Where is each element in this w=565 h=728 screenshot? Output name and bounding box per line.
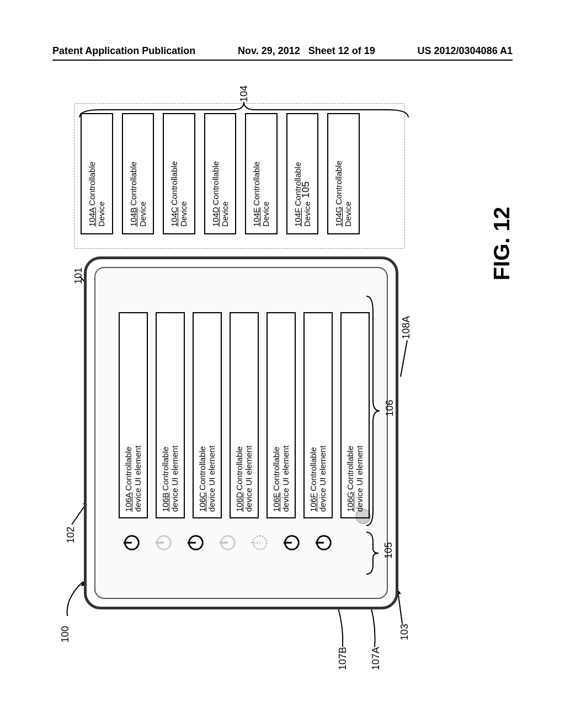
figure-area: 100 102 101 103 107B 107A	[44, 94, 521, 662]
ui-columns: 106AControllabledevice UI element106BCon…	[119, 312, 371, 554]
power-icon[interactable]	[280, 532, 302, 554]
tablet-screen: 106AControllabledevice UI element106BCon…	[94, 267, 388, 599]
controllable-device-box: 104GControllableDevice	[327, 113, 360, 234]
ref-103: 103	[399, 624, 411, 640]
controllable-device-box: 104EControllableDevice	[245, 113, 278, 234]
figure-inner: 100 102 101 103 107B 107A	[56, 102, 509, 654]
ref-106: 106	[384, 400, 396, 416]
figure-label: FIG. 12	[489, 207, 514, 280]
ui-element-box[interactable]: 106FControllabledevice UI element	[303, 312, 333, 518]
ui-element-box[interactable]: 106EControllabledevice UI element	[266, 312, 296, 518]
ref-107a: 107A	[370, 647, 382, 670]
figure-rotated: 100 102 101 103 107B 107A	[56, 102, 509, 654]
brace-105	[365, 531, 384, 575]
header-rule	[52, 60, 513, 61]
power-icon[interactable]	[120, 532, 142, 554]
ui-element-box[interactable]: 106CControllabledevice UI element	[193, 312, 222, 518]
ref-105-ext: 105	[300, 181, 312, 198]
ui-element-column: 106AControllabledevice UI element106BCon…	[119, 312, 371, 518]
power-icon[interactable]	[248, 532, 270, 554]
page-header: Patent Application Publication Nov. 29, …	[52, 45, 513, 57]
power-icon[interactable]	[152, 532, 174, 554]
power-icon[interactable]	[216, 532, 238, 554]
ref-108a: 108A	[401, 316, 412, 339]
ref-102: 102	[65, 527, 77, 543]
controllable-device-box: 104BControllableDevice	[122, 113, 154, 234]
ref-105: 105	[383, 542, 395, 559]
ui-element-box[interactable]: 106AControllabledevice UI element	[119, 312, 148, 518]
header-left: Patent Application Publication	[52, 45, 195, 57]
header-pubnum: US 2012/0304086 A1	[418, 45, 513, 57]
controllable-device-box: 104AControllableDevice	[81, 113, 113, 234]
power-icon-column	[119, 527, 371, 554]
brace-106	[365, 295, 385, 527]
controllable-device-box: 104FControllableDevice	[286, 113, 319, 234]
ref-101: 101	[73, 267, 84, 284]
controllable-device-box: 104DControllableDevice	[204, 113, 237, 234]
controllable-devices-column: 104AControllableDevice104BControllableDe…	[81, 113, 360, 234]
ref-107b: 107B	[337, 647, 349, 670]
ref-100: 100	[60, 626, 71, 643]
tablet-frame: 106AControllabledevice UI element106BCon…	[84, 256, 398, 609]
power-icon[interactable]	[312, 532, 334, 554]
ui-element-box[interactable]: 106BControllabledevice UI element	[156, 312, 185, 518]
ref-104: 104	[238, 85, 250, 102]
controllable-device-box: 104CControllableDevice	[163, 113, 195, 234]
power-icon[interactable]	[184, 532, 206, 554]
header-middle: Nov. 29, 2012 Sheet 12 of 19	[238, 45, 375, 57]
ui-element-box[interactable]: 106DControllabledevice UI element	[230, 312, 259, 518]
